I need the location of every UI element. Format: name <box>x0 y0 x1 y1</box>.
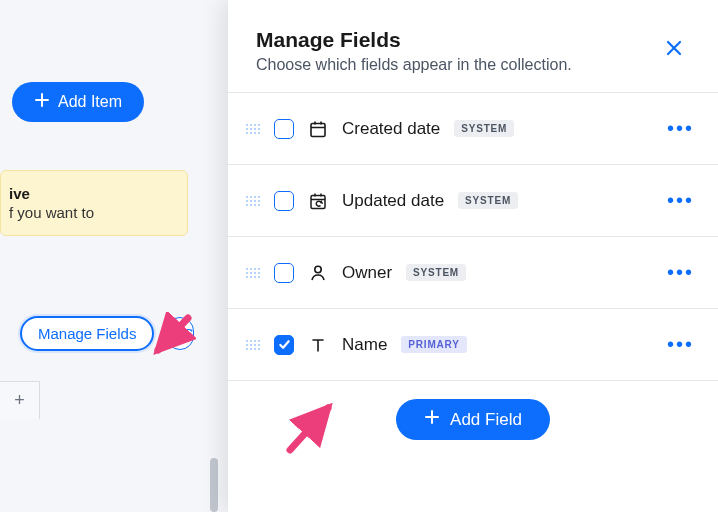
field-name-label: Owner <box>342 263 392 283</box>
text-icon <box>308 335 328 355</box>
scrollbar-thumb[interactable] <box>210 458 218 512</box>
field-menu-button[interactable]: ••• <box>663 257 698 288</box>
field-visibility-checkbox[interactable] <box>274 191 294 211</box>
calendar-refresh-icon <box>308 191 328 211</box>
plus-icon: + <box>14 390 25 411</box>
add-item-label: Add Item <box>58 93 122 111</box>
notice-title: ive <box>9 185 173 202</box>
left-pane: Add Item ive f you want to Manage Fields… <box>0 0 220 512</box>
field-row: Updated dateSYSTEM••• <box>228 165 718 237</box>
close-button[interactable] <box>658 32 690 67</box>
notice-body: f you want to <box>9 204 173 221</box>
drag-handle-icon[interactable] <box>246 334 260 356</box>
plus-icon <box>34 92 50 112</box>
add-item-button[interactable]: Add Item <box>12 82 144 122</box>
field-visibility-checkbox[interactable] <box>274 263 294 283</box>
panel-header: Manage Fields Choose which fields appear… <box>228 0 718 92</box>
field-menu-button[interactable]: ••• <box>663 185 698 216</box>
field-row: Created dateSYSTEM••• <box>228 93 718 165</box>
field-menu-button[interactable]: ••• <box>663 329 698 360</box>
field-tag: SYSTEM <box>406 264 466 281</box>
extra-button[interactable]: S <box>166 317 194 350</box>
field-name-label: Name <box>342 335 387 355</box>
field-list: Created dateSYSTEM•••Updated dateSYSTEM•… <box>228 92 718 381</box>
ellipsis-icon: ••• <box>667 333 694 355</box>
manage-row: Manage Fields S <box>20 316 220 351</box>
manage-fields-panel: Manage Fields Choose which fields appear… <box>228 0 718 512</box>
field-tag: SYSTEM <box>454 120 514 137</box>
field-name-label: Updated date <box>342 191 444 211</box>
person-icon <box>308 263 328 283</box>
field-name-label: Created date <box>342 119 440 139</box>
ellipsis-icon: ••• <box>667 261 694 283</box>
panel-title: Manage Fields <box>256 28 572 52</box>
calendar-icon <box>308 119 328 139</box>
field-visibility-checkbox[interactable] <box>274 335 294 355</box>
field-tag: PRIMARY <box>401 336 466 353</box>
field-tag: SYSTEM <box>458 192 518 209</box>
drag-handle-icon[interactable] <box>246 262 260 284</box>
manage-fields-label: Manage Fields <box>38 325 136 342</box>
drag-handle-icon[interactable] <box>246 190 260 212</box>
panel-subtitle: Choose which fields appear in the collec… <box>256 56 572 74</box>
svg-point-2 <box>315 266 321 272</box>
manage-fields-button[interactable]: Manage Fields <box>20 316 154 351</box>
ellipsis-icon: ••• <box>667 189 694 211</box>
drag-handle-icon[interactable] <box>246 118 260 140</box>
field-row: OwnerSYSTEM••• <box>228 237 718 309</box>
field-menu-button[interactable]: ••• <box>663 113 698 144</box>
extra-button-label: S <box>183 325 193 342</box>
notice-card: ive f you want to <box>0 170 188 236</box>
add-field-button[interactable]: Add Field <box>396 399 550 440</box>
ellipsis-icon: ••• <box>667 117 694 139</box>
add-field-label: Add Field <box>450 410 522 430</box>
close-icon <box>664 46 684 61</box>
add-tab-button[interactable]: + <box>0 381 40 419</box>
field-visibility-checkbox[interactable] <box>274 119 294 139</box>
panel-footer: Add Field <box>228 381 718 458</box>
svg-rect-0 <box>311 123 325 136</box>
field-row: NamePRIMARY••• <box>228 309 718 381</box>
plus-icon <box>424 409 440 430</box>
